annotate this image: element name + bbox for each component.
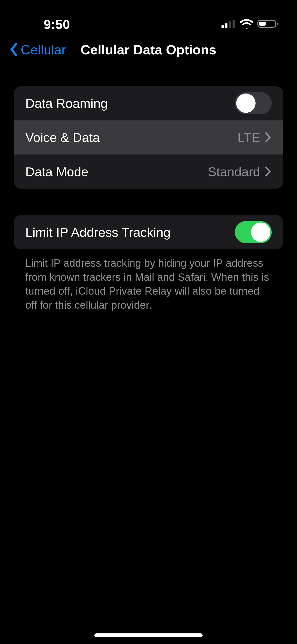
row-data-roaming[interactable]: Data Roaming [14,86,283,120]
row-right: Standard [208,164,272,179]
status-icons [222,19,278,30]
home-indicator[interactable] [94,634,202,637]
status-bar: 9:50 [0,0,297,34]
row-right: LTE [237,130,272,145]
svg-rect-2 [229,22,231,28]
settings-group-2: Limit IP Address Tracking [14,215,283,249]
toggle-data-roaming[interactable] [235,92,272,114]
group-footer-text: Limit IP address tracking by hiding your… [14,249,283,312]
status-time: 9:50 [44,17,70,32]
row-data-mode[interactable]: Data Mode Standard [14,154,283,189]
svg-rect-3 [232,20,235,28]
svg-rect-1 [225,23,228,28]
svg-rect-0 [222,25,224,28]
svg-rect-6 [277,22,278,25]
back-button[interactable]: Cellular [9,42,66,57]
wifi-icon [240,19,253,30]
row-label: Data Mode [25,164,88,179]
row-value: LTE [237,130,260,145]
chevron-right-icon [265,166,272,177]
row-value: Standard [208,164,260,179]
battery-icon [258,19,278,30]
toggle-limit-ip-tracking[interactable] [235,221,272,243]
chevron-right-icon [265,132,272,143]
content: Data Roaming Voice & Data LTE Data Mode … [0,64,297,312]
chevron-left-icon [9,42,18,56]
page-title: Cellular Data Options [80,42,216,57]
row-label: Limit IP Address Tracking [25,225,170,240]
row-label: Voice & Data [25,130,100,145]
back-label: Cellular [21,42,66,57]
toggle-knob [236,94,256,113]
svg-rect-5 [259,22,266,26]
toggle-knob [251,222,270,242]
navigation-bar: Cellular Cellular Data Options [0,34,297,64]
row-label: Data Roaming [25,96,108,111]
row-voice-data[interactable]: Voice & Data LTE [14,120,283,154]
cellular-signal-icon [222,19,236,29]
row-limit-ip-tracking[interactable]: Limit IP Address Tracking [14,215,283,249]
settings-group-1: Data Roaming Voice & Data LTE Data Mode … [14,86,283,189]
